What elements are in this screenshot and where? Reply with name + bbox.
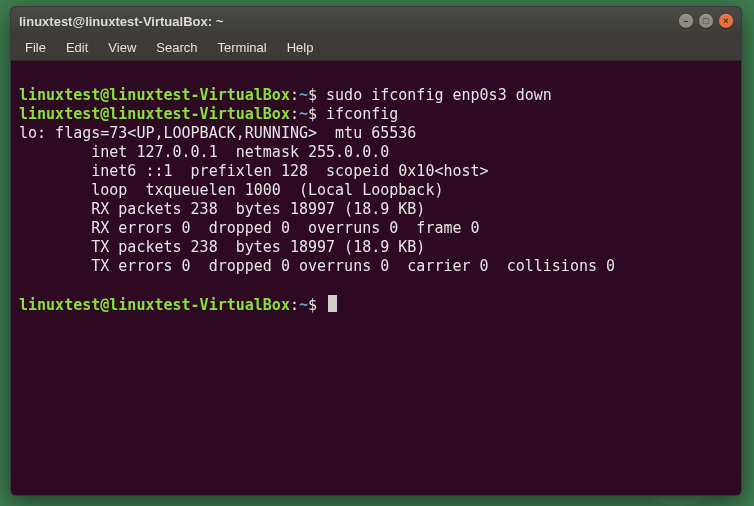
menu-terminal[interactable]: Terminal [210,38,275,57]
menu-view[interactable]: View [100,38,144,57]
command-1: sudo ifconfig enp0s3 down [326,86,552,104]
prompt-user: linuxtest@linuxtest-VirtualBox [19,296,290,314]
output-line: TX packets 238 bytes 18997 (18.9 KB) [19,238,425,256]
window-title: linuxtest@linuxtest-VirtualBox: ~ [19,14,679,29]
terminal-body[interactable]: linuxtest@linuxtest-VirtualBox:~$ sudo i… [11,61,741,495]
output-line: lo: flags=73<UP,LOOPBACK,RUNNING> mtu 65… [19,124,416,142]
close-icon: × [723,16,728,26]
menu-file[interactable]: File [17,38,54,57]
prompt-path: ~ [299,86,308,104]
prompt-sep: : [290,86,299,104]
prompt-sep: : [290,296,299,314]
terminal-window: linuxtest@linuxtest-VirtualBox: ~ – □ × … [10,6,742,496]
prompt-user: linuxtest@linuxtest-VirtualBox [19,86,290,104]
output-line: inet 127.0.0.1 netmask 255.0.0.0 [19,143,389,161]
window-buttons: – □ × [679,14,733,28]
prompt-path: ~ [299,296,308,314]
command-2: ifconfig [326,105,398,123]
prompt-dollar: $ [308,105,326,123]
prompt-dollar: $ [308,86,326,104]
prompt-user: linuxtest@linuxtest-VirtualBox [19,105,290,123]
prompt-path: ~ [299,105,308,123]
minimize-icon: – [683,16,688,26]
prompt-sep: : [290,105,299,123]
minimize-button[interactable]: – [679,14,693,28]
output-line: TX errors 0 dropped 0 overruns 0 carrier… [19,257,615,275]
menubar: File Edit View Search Terminal Help [11,35,741,61]
menu-help[interactable]: Help [279,38,322,57]
menu-edit[interactable]: Edit [58,38,96,57]
output-line: inet6 ::1 prefixlen 128 scopeid 0x10<hos… [19,162,489,180]
menu-search[interactable]: Search [148,38,205,57]
maximize-button[interactable]: □ [699,14,713,28]
output-line: RX errors 0 dropped 0 overruns 0 frame 0 [19,219,480,237]
close-button[interactable]: × [719,14,733,28]
output-line: loop txqueuelen 1000 (Local Loopback) [19,181,443,199]
maximize-icon: □ [703,16,708,26]
titlebar[interactable]: linuxtest@linuxtest-VirtualBox: ~ – □ × [11,7,741,35]
cursor [328,295,337,312]
prompt-dollar: $ [308,296,326,314]
output-line: RX packets 238 bytes 18997 (18.9 KB) [19,200,425,218]
